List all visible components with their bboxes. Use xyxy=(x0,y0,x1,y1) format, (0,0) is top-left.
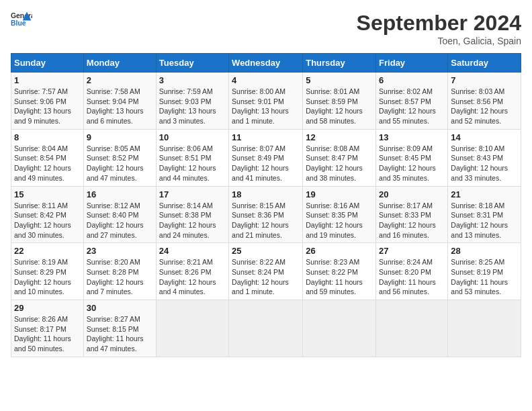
calendar-cell: 4 Sunrise: 8:00 AM Sunset: 9:01 PM Dayli… xyxy=(229,73,303,130)
sunrise-label: Sunrise: 8:07 AM xyxy=(232,144,285,152)
sunset-label: Sunset: 8:35 PM xyxy=(306,211,358,219)
day-number: 10 xyxy=(159,132,226,142)
day-number: 27 xyxy=(379,246,445,256)
day-number: 12 xyxy=(306,132,373,142)
daylight-label: Daylight: 12 hours and 38 minutes. xyxy=(306,164,363,182)
calendar-week-row: 1 Sunrise: 7:57 AM Sunset: 9:06 PM Dayli… xyxy=(11,73,521,130)
header-sunday: Sunday xyxy=(11,54,84,73)
sunset-label: Sunset: 8:19 PM xyxy=(451,268,503,276)
day-info: Sunrise: 8:24 AM Sunset: 8:20 PM Dayligh… xyxy=(379,257,445,297)
day-number: 15 xyxy=(14,189,81,199)
sunrise-label: Sunrise: 8:06 AM xyxy=(159,144,213,152)
day-info: Sunrise: 8:20 AM Sunset: 8:28 PM Dayligh… xyxy=(87,257,153,297)
calendar-cell xyxy=(156,300,228,357)
sunrise-label: Sunrise: 7:58 AM xyxy=(87,87,140,95)
sunrise-label: Sunrise: 8:11 AM xyxy=(14,201,68,210)
day-number: 20 xyxy=(379,189,445,199)
calendar-cell xyxy=(303,300,376,357)
sunrise-label: Sunrise: 7:59 AM xyxy=(159,87,213,95)
daylight-label: Daylight: 12 hours and 58 minutes. xyxy=(306,107,363,125)
sunrise-label: Sunrise: 8:00 AM xyxy=(232,87,285,95)
calendar-cell: 15 Sunrise: 8:11 AM Sunset: 8:42 PM Dayl… xyxy=(11,186,84,243)
day-info: Sunrise: 7:57 AM Sunset: 9:06 PM Dayligh… xyxy=(14,87,81,126)
calendar-cell xyxy=(229,300,303,357)
sunset-label: Sunset: 9:03 PM xyxy=(159,97,212,105)
day-number: 30 xyxy=(87,303,153,313)
sunrise-label: Sunrise: 8:22 AM xyxy=(232,258,285,266)
sunrise-label: Sunrise: 8:17 AM xyxy=(379,201,433,210)
day-number: 3 xyxy=(159,75,226,85)
sunrise-label: Sunrise: 8:24 AM xyxy=(379,258,433,266)
day-number: 17 xyxy=(159,189,226,199)
sunset-label: Sunset: 8:47 PM xyxy=(306,154,358,162)
daylight-label: Daylight: 12 hours and 55 minutes. xyxy=(379,107,436,125)
day-info: Sunrise: 8:09 AM Sunset: 8:45 PM Dayligh… xyxy=(379,144,445,183)
day-info: Sunrise: 8:10 AM Sunset: 8:43 PM Dayligh… xyxy=(451,144,518,183)
sunrise-label: Sunrise: 8:19 AM xyxy=(14,258,68,266)
sunrise-label: Sunrise: 8:16 AM xyxy=(306,201,359,210)
sunset-label: Sunset: 8:15 PM xyxy=(87,325,139,333)
day-number: 9 xyxy=(87,132,153,142)
sunset-label: Sunset: 8:28 PM xyxy=(87,268,139,276)
day-number: 18 xyxy=(232,189,300,199)
day-info: Sunrise: 8:23 AM Sunset: 8:22 PM Dayligh… xyxy=(306,257,373,297)
sunrise-label: Sunrise: 7:57 AM xyxy=(14,87,68,95)
sunrise-label: Sunrise: 8:21 AM xyxy=(159,258,213,266)
page-header: General Blue September 2024 Toen, Galici… xyxy=(11,11,521,46)
sunset-label: Sunset: 8:56 PM xyxy=(451,97,503,105)
sunrise-label: Sunrise: 8:25 AM xyxy=(451,258,504,266)
sunrise-label: Sunrise: 8:23 AM xyxy=(306,258,359,266)
daylight-label: Daylight: 12 hours and 44 minutes. xyxy=(159,164,216,182)
sunrise-label: Sunrise: 8:09 AM xyxy=(379,144,433,152)
daylight-label: Daylight: 12 hours and 52 minutes. xyxy=(451,107,508,125)
calendar-cell: 5 Sunrise: 8:01 AM Sunset: 8:59 PM Dayli… xyxy=(303,73,376,130)
daylight-label: Daylight: 13 hours and 9 minutes. xyxy=(14,107,71,125)
day-number: 21 xyxy=(451,189,518,199)
sunset-label: Sunset: 8:59 PM xyxy=(306,97,358,105)
day-number: 11 xyxy=(232,132,300,142)
daylight-label: Daylight: 12 hours and 30 minutes. xyxy=(14,221,71,239)
sunset-label: Sunset: 8:24 PM xyxy=(232,268,284,276)
daylight-label: Daylight: 12 hours and 24 minutes. xyxy=(159,221,216,239)
calendar-cell xyxy=(448,300,521,357)
day-number: 26 xyxy=(306,246,373,256)
daylight-label: Daylight: 11 hours and 59 minutes. xyxy=(306,278,363,296)
logo: General Blue xyxy=(11,11,32,30)
sunrise-label: Sunrise: 8:18 AM xyxy=(451,201,504,210)
day-info: Sunrise: 8:02 AM Sunset: 8:57 PM Dayligh… xyxy=(379,87,445,126)
daylight-label: Daylight: 12 hours and 10 minutes. xyxy=(14,278,71,296)
calendar-cell: 12 Sunrise: 8:08 AM Sunset: 8:47 PM Dayl… xyxy=(303,129,376,186)
day-number: 5 xyxy=(306,75,373,85)
day-number: 1 xyxy=(14,75,81,85)
location: Toen, Galicia, Spain xyxy=(357,36,521,46)
sunset-label: Sunset: 8:29 PM xyxy=(14,268,66,276)
sunrise-label: Sunrise: 8:12 AM xyxy=(87,201,140,210)
daylight-label: Daylight: 11 hours and 47 minutes. xyxy=(87,334,144,353)
header-saturday: Saturday xyxy=(448,54,521,73)
calendar-cell: 1 Sunrise: 7:57 AM Sunset: 9:06 PM Dayli… xyxy=(11,73,84,130)
header-thursday: Thursday xyxy=(303,54,376,73)
day-info: Sunrise: 8:05 AM Sunset: 8:52 PM Dayligh… xyxy=(87,144,153,183)
calendar-cell: 10 Sunrise: 8:06 AM Sunset: 8:51 PM Dayl… xyxy=(156,129,228,186)
calendar-cell: 6 Sunrise: 8:02 AM Sunset: 8:57 PM Dayli… xyxy=(376,73,448,130)
daylight-label: Daylight: 11 hours and 56 minutes. xyxy=(379,278,436,296)
calendar-cell: 22 Sunrise: 8:19 AM Sunset: 8:29 PM Dayl… xyxy=(11,243,84,300)
day-info: Sunrise: 8:04 AM Sunset: 8:54 PM Dayligh… xyxy=(14,144,81,183)
day-number: 8 xyxy=(14,132,81,142)
calendar-cell: 20 Sunrise: 8:17 AM Sunset: 8:33 PM Dayl… xyxy=(376,186,448,243)
day-info: Sunrise: 7:58 AM Sunset: 9:04 PM Dayligh… xyxy=(87,87,153,126)
calendar-cell: 28 Sunrise: 8:25 AM Sunset: 8:19 PM Dayl… xyxy=(448,243,521,300)
sunset-label: Sunset: 8:51 PM xyxy=(159,154,212,162)
calendar-cell: 26 Sunrise: 8:23 AM Sunset: 8:22 PM Dayl… xyxy=(303,243,376,300)
day-info: Sunrise: 7:59 AM Sunset: 9:03 PM Dayligh… xyxy=(159,87,226,126)
day-number: 28 xyxy=(451,246,518,256)
header-tuesday: Tuesday xyxy=(156,54,228,73)
calendar-cell: 25 Sunrise: 8:22 AM Sunset: 8:24 PM Dayl… xyxy=(229,243,303,300)
sunrise-label: Sunrise: 8:01 AM xyxy=(306,87,359,95)
day-info: Sunrise: 8:17 AM Sunset: 8:33 PM Dayligh… xyxy=(379,201,445,240)
calendar-cell: 3 Sunrise: 7:59 AM Sunset: 9:03 PM Dayli… xyxy=(156,73,228,130)
svg-text:Blue: Blue xyxy=(11,19,26,27)
day-number: 14 xyxy=(451,132,518,142)
calendar-cell: 24 Sunrise: 8:21 AM Sunset: 8:26 PM Dayl… xyxy=(156,243,228,300)
day-number: 22 xyxy=(14,246,81,256)
